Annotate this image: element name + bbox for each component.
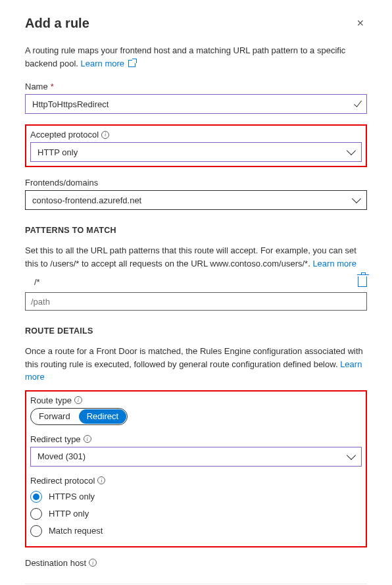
route-details-desc: Once a route for a Front Door is matched… <box>25 345 367 384</box>
trash-icon[interactable] <box>358 276 367 287</box>
info-icon[interactable]: i <box>84 435 91 443</box>
route-config-highlight: Route type i Forward Redirect Redirect t… <box>25 390 367 547</box>
redirect-protocol-label: Redirect protocol <box>30 476 95 486</box>
radio-icon <box>30 508 42 520</box>
chevron-down-icon <box>352 194 361 203</box>
frontends-label: Frontends/domains <box>25 178 98 188</box>
route-type-toggle[interactable]: Forward Redirect <box>30 408 128 425</box>
info-icon[interactable]: i <box>97 476 105 484</box>
close-icon[interactable]: ✕ <box>354 16 367 30</box>
name-input[interactable]: HttpToHttpsRedirect <box>25 94 367 114</box>
chevron-down-icon <box>347 450 356 459</box>
patterns-desc: Set this to all the URL path patterns th… <box>25 244 367 270</box>
intro-text: A routing rule maps your frontend host a… <box>25 44 367 70</box>
pattern-item: /* <box>25 277 351 287</box>
redirect-type-label: Redirect type <box>30 434 81 444</box>
route-details-section-title: ROUTE DETAILS <box>25 326 367 336</box>
footer-divider <box>25 584 367 584</box>
info-icon[interactable]: i <box>101 131 109 139</box>
patterns-section-title: PATTERNS TO MATCH <box>25 226 367 235</box>
required-indicator: * <box>51 82 54 91</box>
learn-more-link[interactable]: Learn more <box>81 59 135 68</box>
pattern-input[interactable] <box>25 292 367 311</box>
panel-title: Add a rule <box>25 16 89 31</box>
info-icon[interactable]: i <box>89 559 97 567</box>
route-type-redirect[interactable]: Redirect <box>79 409 126 424</box>
chevron-down-icon <box>347 146 356 155</box>
radio-icon <box>30 491 42 503</box>
external-link-icon <box>128 60 135 67</box>
accepted-protocol-label: Accepted protocol <box>30 130 99 140</box>
redirect-protocol-https[interactable]: HTTPS only <box>30 491 362 503</box>
route-type-label: Route type <box>30 395 72 405</box>
check-icon <box>354 99 362 107</box>
radio-icon <box>30 525 42 537</box>
learn-more-link[interactable]: Learn more <box>312 259 356 268</box>
redirect-type-dropdown[interactable]: Moved (301) <box>30 447 362 467</box>
frontends-dropdown[interactable]: contoso-frontend.azurefd.net <box>25 190 367 210</box>
destination-host-label: Destination host <box>25 558 86 568</box>
name-label: Name <box>25 82 48 91</box>
accepted-protocol-highlight: Accepted protocol i HTTP only <box>25 124 367 167</box>
redirect-protocol-http[interactable]: HTTP only <box>30 508 362 520</box>
route-type-forward[interactable]: Forward <box>31 409 78 424</box>
redirect-protocol-match[interactable]: Match request <box>30 525 362 537</box>
info-icon[interactable]: i <box>74 396 82 404</box>
accepted-protocol-dropdown[interactable]: HTTP only <box>30 142 362 162</box>
